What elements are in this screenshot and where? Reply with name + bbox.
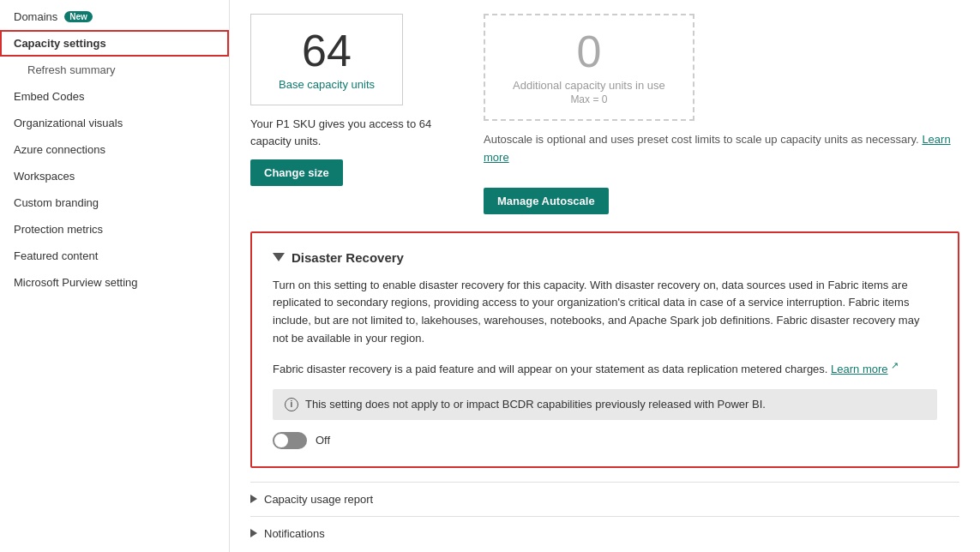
capacity-cards-row: 64 Base capacity units Your P1 SKU gives… [250, 14, 959, 214]
sidebar-item-label: Protection metrics [14, 223, 103, 236]
dr-learn-more-link[interactable]: Learn more [831, 363, 887, 375]
dr-toggle[interactable] [273, 432, 307, 449]
dr-notice-box: i This setting does not apply to or impa… [273, 389, 937, 420]
sidebar-item-protection-metrics[interactable]: Protection metrics [0, 216, 229, 243]
chevron-right-icon-2 [250, 529, 257, 537]
capacity-usage-report-label: Capacity usage report [264, 493, 373, 506]
dr-body: Turn on this setting to enable disaster … [273, 277, 937, 449]
external-link-icon[interactable]: ↗ [891, 360, 899, 370]
base-label: Base capacity units [279, 78, 375, 91]
dr-toggle-row: Off [273, 432, 937, 449]
sidebar-item-label: Custom branding [14, 196, 99, 209]
notifications-row[interactable]: Notifications [250, 516, 959, 550]
sidebar-item-domains[interactable]: DomainsNew [0, 3, 229, 30]
sidebar-item-capacity-settings[interactable]: Capacity settings [0, 30, 229, 57]
sidebar-item-label: Refresh summary [27, 63, 116, 76]
sidebar-item-label: Organizational visuals [14, 117, 123, 129]
additional-label: Additional capacity units in use [513, 79, 665, 92]
sidebar-item-custom-branding[interactable]: Custom branding [0, 189, 229, 216]
sidebar-item-label: Azure connections [14, 143, 105, 156]
change-size-button[interactable]: Change size [250, 159, 343, 186]
dr-notice-text: This setting does not apply to or impact… [305, 398, 766, 411]
main-content: 64 Base capacity units Your P1 SKU gives… [230, 0, 980, 552]
new-badge: New [64, 11, 93, 22]
chevron-right-icon [250, 495, 257, 503]
dr-title-text: Disaster Recovery [292, 250, 404, 265]
manage-autoscale-button[interactable]: Manage Autoscale [484, 188, 609, 214]
sidebar-item-label: Workspaces [14, 170, 75, 183]
sidebar-item-label: Embed Codes [14, 90, 84, 103]
sidebar-item-organizational-visuals[interactable]: Organizational visuals [0, 110, 229, 136]
dr-body-text1: Turn on this setting to enable disaster … [273, 277, 937, 348]
sidebar-item-label: Featured content [14, 249, 98, 262]
sidebar-item-label: Domains [14, 10, 57, 23]
autoscale-info: Autoscale is optional and uses preset co… [484, 131, 959, 177]
additional-number: 0 [513, 29, 665, 74]
info-circle-icon: i [285, 398, 298, 411]
sidebar-item-embed-codes[interactable]: Embed Codes [0, 83, 229, 110]
base-number: 64 [279, 28, 375, 73]
collapse-triangle-icon[interactable] [273, 253, 285, 261]
sidebar-item-label: Capacity settings [14, 37, 106, 50]
sidebar-item-label: Microsoft Purview setting [14, 276, 138, 289]
dr-body-text2: Fabric disaster recovery is a paid featu… [273, 358, 937, 379]
additional-capacity-card: 0 Additional capacity units in use Max =… [484, 14, 694, 121]
sidebar-item-microsoft-purview[interactable]: Microsoft Purview setting [0, 269, 229, 296]
base-capacity-card: 64 Base capacity units [250, 14, 403, 105]
sku-text: Your P1 SKU gives you access to 64 capac… [250, 116, 456, 149]
right-section: 0 Additional capacity units in use Max =… [484, 14, 959, 214]
sidebar-item-azure-connections[interactable]: Azure connections [0, 136, 229, 163]
dr-toggle-label: Off [316, 434, 330, 447]
disaster-recovery-section: Disaster Recovery Turn on this setting t… [250, 231, 959, 468]
dr-title-row: Disaster Recovery [273, 250, 937, 265]
sidebar: DomainsNewCapacity settingsRefresh summa… [0, 0, 230, 552]
sidebar-item-featured-content[interactable]: Featured content [0, 243, 229, 269]
autoscale-text: Autoscale is optional and uses preset co… [484, 131, 959, 167]
additional-sublabel: Max = 0 [513, 93, 665, 105]
sidebar-item-workspaces[interactable]: Workspaces [0, 163, 229, 189]
capacity-usage-report-row[interactable]: Capacity usage report [250, 482, 959, 516]
left-section: 64 Base capacity units Your P1 SKU gives… [250, 14, 456, 186]
notifications-label: Notifications [264, 527, 325, 540]
sidebar-item-refresh-summary[interactable]: Refresh summary [0, 57, 229, 83]
